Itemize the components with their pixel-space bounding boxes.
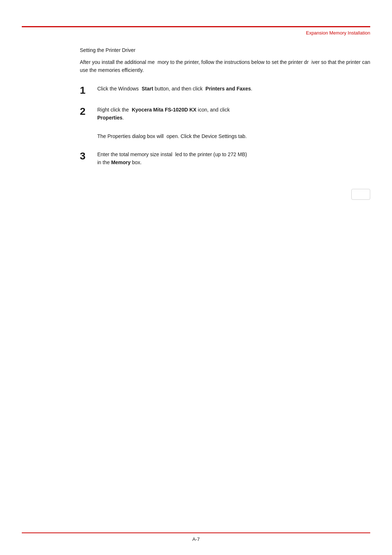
top-rule [22, 26, 370, 27]
step-3-bold-memory: Memory [111, 159, 131, 165]
step-3-content: Enter the total memory size instal led t… [97, 150, 370, 167]
page-number: A-7 [192, 536, 200, 542]
step-1-bold-printers: Printers and Faxes [205, 86, 251, 92]
bottom-rule [22, 532, 370, 533]
step-2-number: 2 [80, 106, 97, 117]
step-1-number: 1 [80, 85, 97, 96]
small-rect-decoration [351, 189, 370, 200]
steps-area: 1 Click the Windows Start button, and th… [80, 85, 370, 167]
step-2-bold-properties: Properties [97, 115, 122, 121]
step-1-content: Click the Windows Start button, and then… [97, 85, 370, 93]
step-2-content: Right click the Kyocera Mita FS-1020D KX… [97, 106, 370, 122]
page-container: Expansion Memory Installation Setting th… [0, 0, 392, 555]
step-3: 3 Enter the total memory size instal led… [80, 150, 370, 167]
step-1-bold-start: Start [142, 86, 153, 92]
intro-text: After you install the additional me mory… [80, 58, 370, 74]
main-content: Setting the Printer Driver After you ins… [80, 47, 370, 177]
header-area: Expansion Memory Installation [306, 30, 370, 36]
header-title: Expansion Memory Installation [306, 30, 370, 36]
step-1: 1 Click the Windows Start button, and th… [80, 85, 370, 96]
sub-note-bold-device: Device Settings [201, 133, 237, 139]
step-2-bold-model: Kyocera Mita FS-1020D KX [132, 107, 196, 113]
step-3-number: 3 [80, 151, 97, 161]
sub-note: The Properties dialog box will open. Cli… [97, 132, 370, 140]
step-2: 2 Right click the Kyocera Mita FS-1020D … [80, 106, 370, 122]
sub-note-bold-properties: Properties [107, 133, 131, 139]
section-heading: Setting the Printer Driver [80, 47, 370, 53]
